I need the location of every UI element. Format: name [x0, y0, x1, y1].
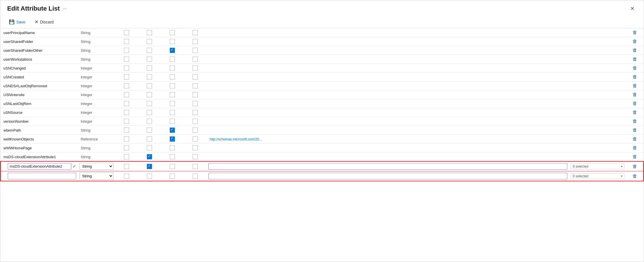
cb2-checkbox[interactable] — [147, 48, 152, 53]
cb4-checkbox[interactable] — [193, 174, 198, 179]
name-input[interactable] — [8, 163, 71, 170]
delete-icon[interactable]: 🗑 — [633, 92, 637, 97]
cb1-checkbox[interactable] — [124, 174, 129, 179]
cb2-cell — [138, 135, 161, 144]
cb1-checkbox[interactable] — [124, 101, 129, 106]
extra-input[interactable] — [208, 173, 567, 179]
delete-icon[interactable]: 🗑 — [633, 119, 637, 124]
delete-icon[interactable]: 🗑 — [633, 101, 637, 106]
cb2-checkbox[interactable] — [147, 136, 152, 142]
cb2-checkbox[interactable] — [147, 39, 152, 44]
cb4-checkbox[interactable] — [193, 48, 198, 53]
cb1-checkbox[interactable] — [124, 136, 129, 142]
cb3-checkbox[interactable] — [170, 119, 175, 124]
type-select[interactable]: StringIntegerReferenceBoolean — [80, 163, 113, 170]
cb3-checkbox[interactable] — [170, 136, 175, 142]
cb2-checkbox[interactable] — [147, 66, 152, 71]
cb2-checkbox[interactable] — [147, 128, 152, 133]
cb4-checkbox[interactable] — [193, 92, 198, 97]
cb4-checkbox[interactable] — [193, 30, 198, 35]
cb3-checkbox[interactable] — [170, 154, 175, 159]
cb4-checkbox[interactable] — [193, 66, 198, 71]
delete-icon[interactable]: 🗑 — [633, 145, 637, 150]
cb1-checkbox[interactable] — [124, 30, 129, 35]
cb4-checkbox[interactable] — [193, 74, 198, 80]
cb3-checkbox[interactable] — [170, 48, 175, 53]
delete-icon[interactable]: 🗑 — [633, 174, 637, 178]
cb2-checkbox[interactable] — [147, 74, 152, 80]
cb3-checkbox[interactable] — [170, 30, 175, 35]
selected-badge[interactable]: 0 selected▾ — [571, 173, 625, 179]
more-options-icon[interactable]: ··· — [63, 6, 67, 12]
delete-icon[interactable]: 🗑 — [633, 83, 637, 88]
discard-button[interactable]: ✕ Discard — [33, 18, 55, 26]
delete-icon[interactable]: 🗑 — [633, 66, 637, 70]
cb4-checkbox[interactable] — [193, 154, 198, 159]
cb1-checkbox[interactable] — [124, 154, 129, 159]
cb4-checkbox[interactable] — [193, 83, 198, 88]
cb3-checkbox[interactable] — [170, 145, 175, 150]
cb3-checkbox[interactable] — [170, 66, 175, 71]
selected-badge[interactable]: 0 selected▾ — [571, 164, 625, 169]
cb2-checkbox[interactable] — [147, 110, 152, 115]
delete-icon[interactable]: 🗑 — [633, 128, 637, 132]
cb2-checkbox[interactable] — [147, 154, 152, 159]
cb3-checkbox[interactable] — [170, 39, 175, 44]
cb3-checkbox[interactable] — [170, 174, 175, 179]
cb2-checkbox[interactable] — [147, 164, 152, 169]
cb1-checkbox[interactable] — [124, 128, 129, 133]
cb1-checkbox[interactable] — [124, 110, 129, 115]
cb4-checkbox[interactable] — [193, 145, 198, 150]
delete-icon[interactable]: 🗑 — [633, 110, 637, 115]
extra-link[interactable]: http://schemas.microsoft.com/20... — [210, 137, 262, 141]
cb1-checkbox[interactable] — [124, 39, 129, 44]
cb4-checkbox[interactable] — [193, 39, 198, 44]
cb1-checkbox[interactable] — [124, 164, 129, 169]
delete-icon[interactable]: 🗑 — [633, 48, 637, 53]
cb1-checkbox[interactable] — [124, 83, 129, 88]
cb3-checkbox[interactable] — [170, 83, 175, 88]
delete-icon[interactable]: 🗑 — [633, 30, 637, 35]
name-input[interactable] — [8, 173, 76, 179]
close-button[interactable]: ✕ — [628, 4, 637, 13]
cb1-checkbox[interactable] — [124, 66, 129, 71]
cb4-checkbox[interactable] — [193, 57, 198, 62]
cb4-checkbox[interactable] — [193, 136, 198, 142]
cb2-checkbox[interactable] — [147, 30, 152, 35]
cb1-checkbox[interactable] — [124, 119, 129, 124]
cb3-checkbox[interactable] — [170, 57, 175, 62]
cb2-checkbox[interactable] — [147, 83, 152, 88]
cb1-checkbox[interactable] — [124, 57, 129, 62]
cb2-checkbox[interactable] — [147, 101, 152, 106]
cb2-checkbox[interactable] — [147, 119, 152, 124]
cb1-checkbox[interactable] — [124, 74, 129, 80]
extra-input[interactable] — [208, 163, 567, 170]
cb1-checkbox[interactable] — [124, 48, 129, 53]
cb1-checkbox[interactable] — [124, 92, 129, 97]
cb2-checkbox[interactable] — [147, 145, 152, 150]
delete-icon[interactable]: 🗑 — [633, 57, 637, 61]
cb3-checkbox[interactable] — [170, 110, 175, 115]
cb4-checkbox[interactable] — [193, 128, 198, 133]
discard-icon: ✕ — [35, 19, 38, 25]
cb2-checkbox[interactable] — [147, 92, 152, 97]
delete-icon[interactable]: 🗑 — [633, 164, 637, 169]
cb4-checkbox[interactable] — [193, 110, 198, 115]
type-select[interactable]: StringIntegerReferenceBoolean — [80, 172, 113, 180]
cb3-checkbox[interactable] — [170, 164, 175, 169]
cb2-checkbox[interactable] — [147, 174, 152, 179]
delete-icon[interactable]: 🗑 — [633, 136, 637, 141]
cb4-checkbox[interactable] — [193, 101, 198, 106]
cb4-checkbox[interactable] — [193, 164, 198, 169]
cb2-checkbox[interactable] — [147, 57, 152, 62]
delete-icon[interactable]: 🗑 — [633, 74, 637, 79]
delete-icon[interactable]: 🗑 — [633, 39, 637, 44]
cb3-checkbox[interactable] — [170, 92, 175, 97]
cb3-checkbox[interactable] — [170, 74, 175, 80]
delete-icon[interactable]: 🗑 — [633, 154, 637, 159]
save-button[interactable]: 💾 Save — [7, 18, 27, 26]
cb1-checkbox[interactable] — [124, 145, 129, 150]
cb3-checkbox[interactable] — [170, 101, 175, 106]
cb4-checkbox[interactable] — [193, 119, 198, 124]
cb3-checkbox[interactable] — [170, 128, 175, 133]
